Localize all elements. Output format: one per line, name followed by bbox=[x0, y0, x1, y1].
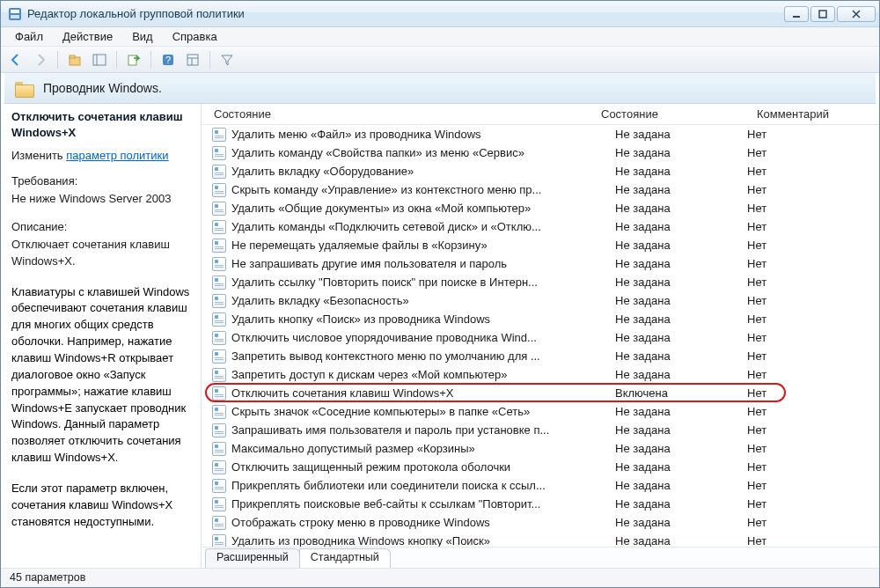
setting-row[interactable]: Не перемещать удаляемые файлы в «Корзину… bbox=[202, 236, 879, 254]
setting-name: Отключить сочетания клавиш Windows+X bbox=[231, 386, 453, 400]
setting-row[interactable]: Отключить числовое упорядочивание провод… bbox=[202, 328, 879, 347]
minimize-button[interactable] bbox=[784, 6, 809, 22]
setting-comment: Нет bbox=[735, 146, 879, 159]
policy-icon bbox=[212, 312, 226, 327]
setting-row[interactable]: Запретить доступ к дискам через «Мой ком… bbox=[202, 365, 879, 384]
svg-rect-9 bbox=[128, 55, 136, 65]
svg-rect-4 bbox=[819, 11, 826, 18]
setting-comment: Нет bbox=[735, 368, 879, 381]
setting-comment: Нет bbox=[735, 294, 879, 307]
setting-comment: Нет bbox=[735, 442, 879, 455]
back-button[interactable] bbox=[6, 50, 26, 70]
description-value: Отключает сочетания клавиш Windows+X. bbox=[11, 237, 190, 270]
column-header-name[interactable]: Состояние bbox=[202, 107, 589, 121]
properties-button[interactable] bbox=[183, 50, 202, 70]
setting-state: Не задана bbox=[603, 257, 735, 270]
setting-name: Скрыть команду «Управление» из контекстн… bbox=[231, 183, 541, 196]
setting-row[interactable]: Запретить вывод контекстного меню по умо… bbox=[202, 347, 879, 365]
setting-state: Включена bbox=[603, 386, 735, 400]
setting-comment: Нет bbox=[735, 534, 879, 547]
setting-state: Не задана bbox=[603, 239, 735, 252]
show-tree-button[interactable] bbox=[90, 50, 109, 70]
column-header-state[interactable]: Состояние bbox=[589, 107, 721, 121]
setting-row[interactable]: Удалить из проводника Windows кнопку «По… bbox=[202, 532, 879, 547]
edit-prefix: Изменить bbox=[11, 149, 66, 162]
setting-state: Не задана bbox=[603, 276, 735, 289]
setting-row[interactable]: Скрыть команду «Управление» из контекстн… bbox=[202, 180, 879, 199]
setting-row[interactable]: Прикреплять поисковые веб-сайты к ссылка… bbox=[202, 495, 879, 513]
setting-row[interactable]: Максимально допустимый размер «Корзины»Н… bbox=[202, 439, 879, 458]
path-bar: Проводник Windows. bbox=[4, 73, 876, 104]
tab-extended[interactable]: Расширенный bbox=[205, 548, 300, 568]
tab-standard[interactable]: Стандартный bbox=[299, 548, 391, 568]
help-button[interactable]: ? bbox=[158, 50, 178, 70]
policy-icon bbox=[212, 239, 226, 253]
close-button[interactable] bbox=[837, 6, 876, 22]
up-folder-button[interactable] bbox=[65, 50, 84, 70]
menu-file[interactable]: Файл bbox=[6, 28, 52, 45]
export-button[interactable] bbox=[124, 50, 143, 70]
setting-comment: Нет bbox=[735, 497, 879, 511]
setting-name: Удалить вкладку «Безопасность» bbox=[231, 294, 409, 307]
window-title: Редактор локальной групповой политики bbox=[27, 7, 784, 20]
setting-name: Удалить из проводника Windows кнопку «По… bbox=[231, 534, 490, 547]
setting-row[interactable]: Не запрашивать другие имя пользователя и… bbox=[202, 254, 879, 273]
setting-comment: Нет bbox=[735, 165, 879, 178]
details-pane: Отключить сочетания клавиш Windows+X Изм… bbox=[1, 104, 202, 568]
setting-row[interactable]: Прикреплять библиотеки или соединители п… bbox=[202, 476, 879, 495]
policy-icon bbox=[212, 423, 226, 437]
setting-state: Не задана bbox=[603, 183, 735, 196]
setting-row[interactable]: Удалить кнопку «Поиск» из проводника Win… bbox=[202, 310, 879, 328]
setting-row[interactable]: Удалить команду «Свойства папки» из меню… bbox=[202, 143, 879, 162]
svg-rect-1 bbox=[11, 10, 19, 13]
setting-name: Скрыть значок «Соседние компьютеры» в па… bbox=[231, 405, 530, 418]
svg-rect-3 bbox=[793, 16, 800, 18]
setting-comment: Нет bbox=[735, 349, 879, 363]
edit-policy-link[interactable]: параметр политики bbox=[66, 149, 168, 162]
menu-view[interactable]: Вид bbox=[123, 28, 162, 45]
setting-state: Не задана bbox=[603, 128, 735, 141]
setting-state: Не задана bbox=[603, 479, 735, 492]
maximize-button[interactable] bbox=[810, 6, 835, 22]
policy-icon bbox=[212, 368, 226, 382]
title-bar: Редактор локальной групповой политики bbox=[1, 1, 879, 27]
status-text: 45 параметров bbox=[10, 571, 85, 584]
svg-rect-2 bbox=[11, 15, 19, 18]
setting-row[interactable]: Удалить вкладку «Оборудование»Не заданаН… bbox=[202, 162, 879, 180]
forward-button[interactable] bbox=[31, 50, 50, 70]
menu-action[interactable]: Действие bbox=[54, 28, 121, 45]
setting-row[interactable]: Удалить меню «Файл» из проводника Window… bbox=[202, 125, 879, 143]
content-area: Отключить сочетания клавиш Windows+X Изм… bbox=[1, 104, 879, 568]
toolbar-separator bbox=[209, 51, 210, 69]
settings-rows[interactable]: Удалить меню «Файл» из проводника Window… bbox=[202, 125, 879, 547]
description-paragraph-1: Клавиатуры с клавишей Windows обеспечива… bbox=[11, 284, 190, 467]
setting-row[interactable]: Удалить команды «Подключить сетевой диск… bbox=[202, 217, 879, 236]
setting-state: Не задана bbox=[603, 405, 735, 418]
setting-row[interactable]: Удалить «Общие документы» из окна «Мой к… bbox=[202, 199, 879, 217]
setting-name: Отключить числовое упорядочивание провод… bbox=[231, 331, 537, 344]
policy-icon bbox=[212, 220, 226, 234]
setting-row[interactable]: Отключить защищенный режим протокола обо… bbox=[202, 458, 879, 476]
setting-row[interactable]: Отображать строку меню в проводнике Wind… bbox=[202, 513, 879, 532]
status-bar: 45 параметров bbox=[1, 568, 879, 587]
column-headers: Состояние Состояние Комментарий bbox=[202, 104, 879, 125]
filter-button[interactable] bbox=[217, 50, 237, 70]
folder-icon bbox=[15, 80, 34, 96]
setting-name: Не перемещать удаляемые файлы в «Корзину… bbox=[231, 239, 488, 252]
column-header-comment[interactable]: Комментарий bbox=[721, 107, 865, 121]
setting-comment: Нет bbox=[735, 479, 879, 492]
policy-icon bbox=[212, 497, 226, 511]
setting-comment: Нет bbox=[735, 202, 879, 215]
svg-rect-6 bbox=[70, 55, 75, 58]
setting-state: Не задана bbox=[603, 312, 735, 326]
setting-comment: Нет bbox=[735, 312, 879, 326]
menu-help[interactable]: Справка bbox=[164, 28, 226, 45]
setting-row[interactable]: Запрашивать имя пользователя и пароль пр… bbox=[202, 421, 879, 439]
setting-row[interactable]: Отключить сочетания клавиш Windows+XВклю… bbox=[202, 384, 879, 402]
setting-comment: Нет bbox=[735, 386, 879, 400]
setting-row[interactable]: Удалить ссылку "Повторить поиск" при пои… bbox=[202, 273, 879, 291]
svg-rect-7 bbox=[93, 55, 106, 65]
setting-state: Не задана bbox=[603, 368, 735, 381]
setting-row[interactable]: Скрыть значок «Соседние компьютеры» в па… bbox=[202, 402, 879, 421]
setting-row[interactable]: Удалить вкладку «Безопасность»Не заданаН… bbox=[202, 291, 879, 310]
